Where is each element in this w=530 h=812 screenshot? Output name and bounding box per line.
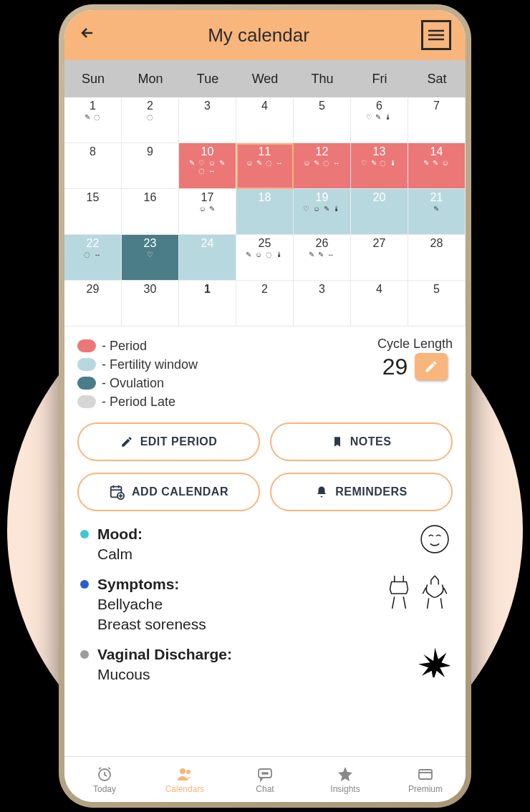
reminders-button[interactable]: REMINDERS <box>270 473 453 511</box>
calendar-day-cell[interactable]: 22◌ ↔ <box>64 235 122 281</box>
calendar-day-cell[interactable]: 14✎ ✎ ☺ <box>408 143 466 189</box>
bell-icon <box>315 485 328 499</box>
calendar-day-cell[interactable]: 1 <box>179 281 236 327</box>
calendar-day-cell[interactable]: 8 <box>64 143 122 189</box>
weekday-cell: Sat <box>408 60 466 97</box>
calendar-day-cell[interactable]: 10✎ ♡ ☺ ✎◌ ↔ <box>179 143 236 189</box>
discharge-row: Vaginal Discharge: Mucous <box>80 644 450 685</box>
day-indicator-icons: ☺ ✎ ◌ ↔ <box>303 159 341 167</box>
legend-dot <box>77 395 96 408</box>
notes-button[interactable]: NOTES <box>270 422 453 461</box>
header-bar: My calendar <box>64 10 466 60</box>
edit-period-label: EDIT PERIOD <box>140 435 218 448</box>
calendar-day-cell[interactable]: 3 <box>179 97 236 143</box>
calendar-day-cell[interactable]: 19♡ ☺ ✎ 🌡 <box>294 189 351 235</box>
splat-icon <box>417 644 450 677</box>
calendar-day-cell[interactable]: 18 <box>236 189 294 235</box>
bellyache-icon <box>384 574 414 610</box>
legend-dot <box>77 339 96 352</box>
breast-icon <box>420 574 450 610</box>
calendar-grid: 1✎ ◌2◌3456♡ ✎ 🌡78910✎ ♡ ☺ ✎◌ ↔11☺ ✎ ◌ ↔1… <box>64 97 466 327</box>
legend-item: - Period Late <box>77 392 198 411</box>
legend-area: - Period- Fertility window- Ovulation- P… <box>64 327 466 417</box>
tab-calendars[interactable]: Calendars <box>145 757 225 802</box>
calendar-day-cell[interactable]: 21✎ <box>408 189 466 235</box>
weekday-cell: Mon <box>122 60 179 97</box>
calendar-day-cell[interactable]: 12☺ ✎ ◌ ↔ <box>294 143 351 189</box>
pencil-icon <box>120 435 133 448</box>
chat-icon <box>256 765 274 783</box>
symptoms-value-2: Breast soreness <box>97 616 206 632</box>
day-indicator-icons: ♡ ✎ ◌ 🌡 <box>361 159 398 167</box>
day-indicator-icons: ◌ <box>147 113 154 121</box>
calendar-day-cell[interactable]: 28 <box>408 235 466 281</box>
day-indicator-icons: ✎ ✎ ☺ <box>423 159 450 167</box>
calendar-day-cell[interactable]: 11☺ ✎ ◌ ↔ <box>236 143 294 189</box>
symptoms-value-1: Bellyache <box>97 596 163 612</box>
calendar-day-cell[interactable]: 3 <box>294 281 351 327</box>
legend-list: - Period- Fertility window- Ovulation- P… <box>77 337 198 411</box>
svg-point-16 <box>264 773 266 774</box>
svg-rect-18 <box>419 770 432 779</box>
add-calendar-button[interactable]: ADD CALENDAR <box>77 473 260 511</box>
edit-cycle-button[interactable] <box>415 353 448 380</box>
legend-item: - Fertility window <box>77 355 198 374</box>
calendar-day-cell[interactable]: 6♡ ✎ 🌡 <box>351 97 408 143</box>
calendar-day-cell[interactable]: 15 <box>64 189 122 235</box>
calendar-day-cell[interactable]: 1✎ ◌ <box>64 97 122 143</box>
calendar-day-cell[interactable]: 4 <box>351 281 408 327</box>
tab-today-label: Today <box>93 784 116 794</box>
calendar-day-cell[interactable]: 4 <box>236 97 294 143</box>
calendar-day-cell[interactable]: 25✎ ☺ ◌ 🌡 <box>236 235 294 281</box>
calendar-day-cell[interactable]: 16 <box>122 189 179 235</box>
svg-point-10 <box>421 526 448 553</box>
weekday-cell: Thu <box>294 60 351 97</box>
calendar-day-cell[interactable]: 30 <box>122 281 179 327</box>
calendar-day-cell[interactable]: 2 <box>236 281 294 327</box>
clock-icon <box>95 765 114 783</box>
day-indicator-icons: ♡ ☺ ✎ 🌡 <box>303 205 341 213</box>
calendar-day-cell[interactable]: 13♡ ✎ ◌ 🌡 <box>351 143 408 189</box>
tab-premium[interactable]: Premium <box>385 757 466 802</box>
day-indicator-icons: ◌ ↔ <box>84 251 102 258</box>
bookmark-icon <box>332 435 343 449</box>
calendar-day-cell[interactable]: 9 <box>122 143 179 189</box>
calendar-day-cell[interactable]: 5 <box>294 97 351 143</box>
calendar-day-cell[interactable]: 5 <box>408 281 466 327</box>
calendar-day-cell[interactable]: 26✎ ✎ ↔ <box>294 235 351 281</box>
svg-point-12 <box>180 768 186 774</box>
calendar-day-cell[interactable]: 20 <box>351 189 408 235</box>
day-indicator-icons: ♡ <box>147 251 154 258</box>
svg-point-13 <box>186 770 191 774</box>
legend-label: - Ovulation <box>102 374 164 392</box>
calendar-day-cell[interactable]: 17☺ ✎ <box>179 189 236 235</box>
tab-chat[interactable]: Chat <box>225 757 305 802</box>
symptoms-bullet <box>80 580 89 589</box>
tab-chat-label: Chat <box>256 784 274 794</box>
add-calendar-label: ADD CALENDAR <box>132 485 228 498</box>
details-section: Mood: Calm Symptoms: Bellyache Breast so… <box>64 517 466 695</box>
bottom-tabbar: Today Calendars Chat Insights Premium <box>64 756 466 802</box>
tab-insights[interactable]: Insights <box>305 757 385 802</box>
calendar-day-cell[interactable]: 29 <box>64 281 122 327</box>
calendar-day-cell[interactable]: 7 <box>408 97 466 143</box>
calendar-day-cell[interactable]: 24 <box>179 235 236 281</box>
back-button[interactable] <box>79 24 96 47</box>
calendar-day-cell[interactable]: 23♡ <box>122 235 179 281</box>
reminders-label: REMINDERS <box>335 485 408 498</box>
day-indicator-icons: ✎ ✎ ↔ <box>309 251 335 258</box>
legend-dot <box>77 377 96 390</box>
weekday-header: SunMonTueWedThuFriSat <box>64 60 466 97</box>
tab-insights-label: Insights <box>330 784 360 794</box>
weekday-cell: Sun <box>64 60 122 97</box>
tab-today[interactable]: Today <box>64 757 145 802</box>
calendar-day-cell[interactable]: 2◌ <box>122 97 179 143</box>
edit-period-button[interactable]: EDIT PERIOD <box>77 422 260 461</box>
menu-button[interactable] <box>421 20 451 50</box>
day-indicator-icons: ✎ ☺ ◌ 🌡 <box>246 251 284 258</box>
legend-label: - Period Late <box>102 392 175 411</box>
calendar-day-cell[interactable]: 27 <box>351 235 408 281</box>
legend-item: - Period <box>77 337 198 355</box>
weekday-cell: Fri <box>351 60 408 97</box>
mood-title: Mood: <box>97 526 143 542</box>
